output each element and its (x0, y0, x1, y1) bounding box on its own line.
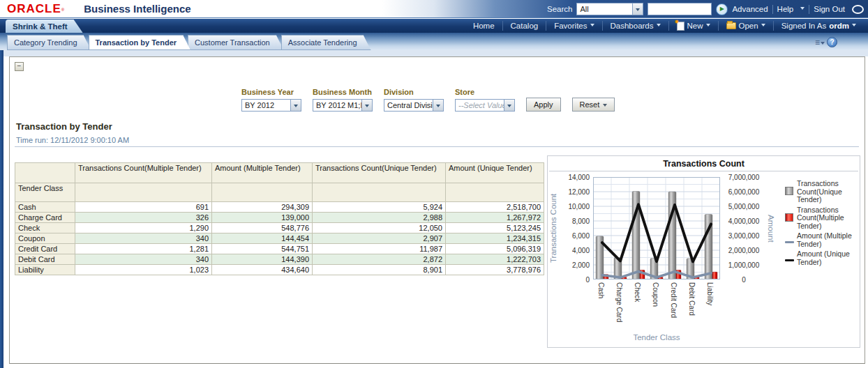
column-header: Amount (Unique Tender) (446, 163, 544, 183)
left-axis-tick: 4,000 (558, 247, 590, 254)
left-axis-tick: 8,000 (558, 217, 590, 225)
legend-label: Amount (Multiple Tender) (797, 232, 857, 248)
search-go-button[interactable]: ▶ (716, 3, 728, 15)
sign-out-link[interactable]: Sign Out (814, 5, 845, 13)
row-label: Liability (15, 265, 75, 275)
top-header-bar: ORACLE® Business Intelligence Search All… (0, 0, 868, 18)
reset-button[interactable]: Reset (572, 98, 615, 112)
tab-associate-tendering[interactable]: Associate Tendering (281, 35, 371, 50)
time-run-label: Time run: 12/11/2012 9:00:10 AM (16, 136, 129, 144)
search-label: Search (547, 5, 572, 13)
column-header: Transactions Count(Multiple Tender) (75, 163, 212, 183)
right-axis-tick: 5,000,000 (722, 203, 765, 210)
filter-value: Central Division (387, 101, 433, 109)
chevron-down-icon[interactable] (361, 100, 372, 111)
search-bar: Search All ▶ Advanced Help Sign Out (547, 0, 864, 18)
data-cell: 5,924 (313, 202, 446, 213)
chevron-down-icon (603, 104, 607, 109)
nav-item-dashboards[interactable]: Dashboards (602, 21, 668, 31)
dashboard-tabs: Category TrendingTransaction by TenderCu… (7, 35, 368, 50)
nav-item-favorites[interactable]: Favorites (546, 21, 601, 31)
right-axis-title: Amount (767, 177, 775, 279)
page-options-icon[interactable]: ≡ (815, 38, 820, 47)
filter-label: Business Month (313, 88, 373, 96)
legend-entry: Amount (Unique Tender) (785, 250, 859, 266)
row-label: Cash (15, 202, 75, 213)
x-axis-label: Liability (706, 282, 714, 328)
data-cell: 340 (75, 233, 212, 244)
data-cell: 1,281 (75, 244, 212, 254)
divider (772, 5, 773, 14)
nav-item-new[interactable]: New (668, 21, 718, 31)
row-header-label: Tender Class (15, 183, 75, 202)
search-scope-select[interactable]: All (576, 3, 643, 15)
divider (809, 5, 809, 14)
filter-value: BY 2012 (245, 101, 274, 109)
search-input[interactable] (648, 3, 712, 15)
transactions-chart: Transactions Count Transactions Count Am… (547, 155, 860, 348)
data-cell: 1,234,315 (446, 233, 544, 244)
table-row: Cash691294,3095,9242,518,700 (15, 202, 544, 213)
chevron-down-icon[interactable] (504, 100, 514, 111)
help-icon[interactable]: ? (827, 37, 837, 47)
data-cell: 11,987 (313, 244, 446, 254)
page-tools: ≡ ? (815, 37, 837, 47)
filter-select[interactable]: --Select Value-- (455, 99, 515, 112)
data-cell: 12,050 (313, 223, 446, 233)
tab-customer-transaction[interactable]: Customer Transaction (188, 35, 284, 50)
x-axis-label: Debit Card (688, 282, 696, 328)
nav-item-catalog[interactable]: Catalog (502, 21, 546, 31)
tab-transaction-by-tender[interactable]: Transaction by Tender (89, 35, 191, 50)
data-cell: 8,901 (313, 265, 446, 275)
chevron-down-icon[interactable] (632, 3, 643, 15)
row-label: Debit Card (15, 254, 75, 265)
chevron-down-icon[interactable] (433, 100, 443, 111)
filter-select[interactable]: BY 2012 (241, 99, 301, 112)
legend-entry: Transactions Count(Unique Tender) (785, 180, 859, 204)
right-axis-tick: 7,000,000 (722, 174, 765, 181)
oracle-bi-dashboard: ORACLE® Business Intelligence Search All… (0, 0, 868, 368)
data-cell: 544,751 (212, 244, 313, 254)
help-menu[interactable]: Help (777, 5, 794, 13)
data-cell: 1,023 (75, 265, 212, 275)
collapse-section-button[interactable]: − (15, 62, 24, 71)
legend-label: Transactions Count(Multiple Tender) (797, 206, 857, 231)
left-edge-stripe (0, 50, 3, 368)
filter-division: DivisionCentral Division (384, 88, 444, 112)
nav-item-open[interactable]: Open (718, 21, 773, 31)
left-axis-tick: 14,000 (558, 174, 590, 181)
main-nav-bar: Shrink & Theft HomeCatalogFavoritesDashb… (0, 19, 868, 33)
nav-item-signed-in-as[interactable]: Signed In Asordm (773, 21, 864, 31)
data-cell: 1,290 (75, 223, 212, 233)
apply-button[interactable]: Apply (526, 98, 561, 112)
data-cell: 2,518,700 (446, 202, 544, 213)
nav-item-label: New (687, 22, 703, 30)
brand: ORACLE® Business Intelligence (0, 2, 191, 16)
data-cell: 691 (75, 202, 212, 213)
tab-category-trending[interactable]: Category Trending (7, 35, 91, 50)
dashboard-tab-bar: Category TrendingTransaction by TenderCu… (0, 33, 868, 50)
advanced-link[interactable]: Advanced (732, 5, 768, 13)
dashboard-page-tab[interactable]: Shrink & Theft (6, 20, 83, 33)
divider (549, 171, 858, 171)
filter-select[interactable]: Central Division (384, 99, 444, 112)
content-top-strip (3, 50, 868, 56)
left-axis-tick: 0 (558, 276, 590, 284)
search-scope-value: All (580, 5, 588, 13)
chevron-down-icon (852, 24, 856, 29)
left-axis-tick: 10,000 (558, 203, 590, 210)
chart-title: Transactions Count (548, 159, 860, 169)
right-axis-tick: 2,000,000 (722, 247, 765, 254)
open-folder-icon (726, 22, 736, 29)
filter-select[interactable]: BY 2012 M1;BY 2 (313, 99, 373, 112)
data-cell: 326 (75, 213, 212, 223)
nav-item-home[interactable]: Home (465, 21, 502, 31)
column-header: Amount (Multiple Tender) (212, 163, 313, 183)
corner-header-cell (15, 163, 75, 183)
oracle-logo: ORACLE (7, 2, 61, 16)
filter-label: Business Year (241, 88, 301, 96)
signed-in-user: ordm (829, 22, 849, 30)
data-cell: 5,096,319 (446, 244, 544, 254)
chevron-down-icon[interactable] (290, 100, 301, 111)
filter-label: Division (384, 88, 444, 96)
